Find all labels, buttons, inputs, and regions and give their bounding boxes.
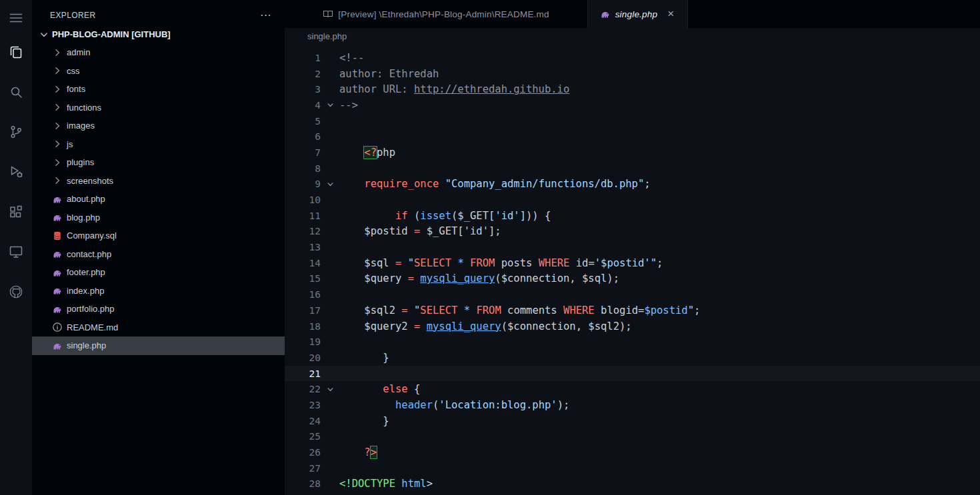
tab--preview-ethredah-php-blog-admin-readme.md[interactable]: [Preview] \Ethredah\PHP-Blog-Admin\READM… xyxy=(285,0,588,28)
tree-item-css[interactable]: css xyxy=(32,62,285,81)
menu-icon[interactable] xyxy=(8,10,24,26)
tree-item-blog.php[interactable]: blog.php xyxy=(32,209,285,227)
tree-item-about.php[interactable]: about.php xyxy=(32,190,285,209)
line-number: 13 xyxy=(285,242,321,252)
tree-item-label: README.md xyxy=(67,322,118,332)
source-control-icon[interactable] xyxy=(8,124,24,140)
fold-chevron-icon[interactable] xyxy=(321,385,339,394)
code-line-9: 9 require_once "Company_admin/functions/… xyxy=(285,177,980,193)
code-line-15: 15 $query = mysqli_query($connection, $s… xyxy=(285,271,980,287)
tree-item-index.php[interactable]: index.php xyxy=(32,282,285,300)
tree-item-label: footer.php xyxy=(67,267,105,277)
tree-item-label: css xyxy=(67,66,80,76)
tab-title: single.php xyxy=(615,9,658,19)
tree-item-functions[interactable]: functions xyxy=(32,99,285,117)
code-line-text: require_once "Company_admin/functions/db… xyxy=(339,178,651,190)
line-number: 4 xyxy=(285,100,321,111)
line-number: 19 xyxy=(285,336,321,347)
search-icon[interactable] xyxy=(8,84,24,100)
tree-item-label: js xyxy=(67,139,73,149)
tree-item-fonts[interactable]: fonts xyxy=(32,80,285,99)
line-number: 14 xyxy=(285,258,321,268)
code-line-text: $query = mysqli_query($connection, $sql)… xyxy=(339,272,619,284)
close-tab-icon[interactable]: × xyxy=(666,9,675,19)
explorer-files-icon[interactable] xyxy=(8,44,24,60)
tree-item-label: blog.php xyxy=(67,213,100,223)
tab-single.php[interactable]: single.php× xyxy=(588,0,688,28)
php-file-icon xyxy=(52,285,64,296)
breadcrumb[interactable]: single.php xyxy=(285,28,980,44)
fold-chevron-icon[interactable] xyxy=(321,180,339,189)
code-line-17: 17 $sql2 = "SELECT * FROM comments WHERE… xyxy=(285,302,980,318)
tree-item-readme.md[interactable]: README.md xyxy=(32,318,285,337)
line-number: 5 xyxy=(285,116,321,127)
tab-bar: [Preview] \Ethredah\PHP-Blog-Admin\READM… xyxy=(285,0,980,28)
github-icon[interactable] xyxy=(8,284,24,300)
chevron-right-icon xyxy=(52,175,64,186)
chevron-right-icon xyxy=(52,84,64,95)
code-line-text: author URL: http://ethredah.github.io xyxy=(339,83,569,95)
code-line-23: 23 header('Location:blog.php'); xyxy=(285,397,980,413)
line-number: 6 xyxy=(285,131,321,142)
extensions-icon[interactable] xyxy=(8,204,24,220)
tab-title: [Preview] \Ethredah\PHP-Blog-Admin\READM… xyxy=(338,9,549,19)
line-number: 11 xyxy=(285,211,321,221)
tree-item-portfolio.php[interactable]: portfolio.php xyxy=(32,300,285,318)
code-line-text: if (isset($_GET['id'])) { xyxy=(339,210,551,222)
code-line-text: <?php xyxy=(339,147,395,159)
code-line-18: 18 $query2 = mysqli_query($connection, $… xyxy=(285,318,980,334)
code-line-7: 7 <?php xyxy=(285,145,980,161)
tree-item-screenshots[interactable]: screenshots xyxy=(32,172,285,191)
chevron-right-icon xyxy=(52,47,64,58)
tree-item-js[interactable]: js xyxy=(32,135,285,154)
tree-item-contact.php[interactable]: contact.php xyxy=(32,245,285,264)
php-file-icon xyxy=(52,304,64,314)
tree-item-plugins[interactable]: plugins xyxy=(32,153,285,172)
line-number: 28 xyxy=(285,478,321,489)
code-line-text: header('Location:blog.php'); xyxy=(339,399,569,411)
code-line-6: 6 xyxy=(285,129,980,145)
code-line-text: ?> xyxy=(339,446,377,458)
line-number: 7 xyxy=(285,147,321,158)
code-line-12: 12 $postid = $_GET['id']; xyxy=(285,224,980,240)
tree-item-admin[interactable]: admin xyxy=(32,43,285,62)
code-line-28: 28<!DOCTYPE html> xyxy=(285,476,980,492)
tree-item-label: functions xyxy=(67,103,101,113)
line-number: 24 xyxy=(285,416,321,426)
line-number: 23 xyxy=(285,400,321,410)
line-number: 25 xyxy=(285,431,321,442)
code-area[interactable]: 1<!--2author: Ethredah3author URL: http:… xyxy=(285,44,980,495)
explorer-more-actions-icon[interactable]: ··· xyxy=(260,12,271,19)
code-line-24: 24 } xyxy=(285,413,980,429)
chevron-down-icon xyxy=(39,29,51,40)
code-line-text: --> xyxy=(339,99,358,111)
code-line-8: 8 xyxy=(285,161,980,177)
code-line-text: } xyxy=(339,352,389,364)
code-line-text: <!DOCTYPE html> xyxy=(339,478,433,490)
tree-item-label: fonts xyxy=(67,84,85,94)
database-file-icon xyxy=(52,231,64,241)
chevron-right-icon xyxy=(52,139,64,149)
run-debug-icon[interactable] xyxy=(8,164,24,180)
project-root-item[interactable]: PHP-BLOG-ADMIN [GITHUB] xyxy=(32,25,285,43)
code-line-14: 14 $sql = "SELECT * FROM posts WHERE id=… xyxy=(285,255,980,271)
code-line-25: 25 xyxy=(285,429,980,445)
tree-item-label: single.php xyxy=(67,340,106,350)
line-number: 2 xyxy=(285,69,321,79)
php-file-icon xyxy=(52,340,64,351)
chevron-right-icon xyxy=(52,121,64,131)
tree-item-company.sql[interactable]: Company.sql xyxy=(32,227,285,245)
line-number: 21 xyxy=(285,368,321,379)
line-number: 22 xyxy=(285,384,321,394)
explorer-sidebar: EXPLORER ··· PHP-BLOG-ADMIN [GITHUB] adm… xyxy=(32,0,285,495)
tree-item-single.php[interactable]: single.php xyxy=(32,336,285,355)
fold-chevron-icon[interactable] xyxy=(321,101,339,109)
line-number: 15 xyxy=(285,273,321,284)
tree-item-label: Company.sql xyxy=(67,231,117,241)
code-line-2: 2author: Ethredah xyxy=(285,66,980,82)
remote-explorer-icon[interactable] xyxy=(8,244,24,260)
tree-item-footer.php[interactable]: footer.php xyxy=(32,263,285,282)
editor-group: [Preview] \Ethredah\PHP-Blog-Admin\READM… xyxy=(285,0,980,495)
tree-item-images[interactable]: images xyxy=(32,117,285,135)
code-line-text: $query2 = mysqli_query($connection, $sql… xyxy=(339,320,632,332)
